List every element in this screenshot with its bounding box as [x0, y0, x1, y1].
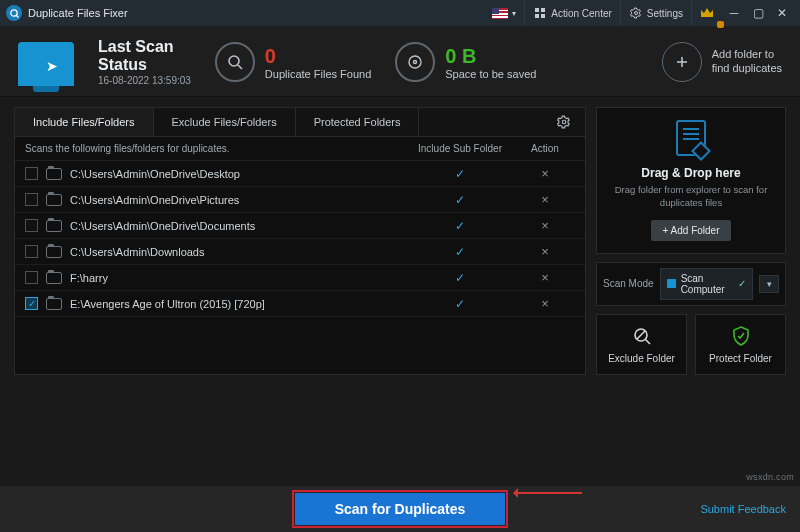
svg-line-16: [645, 339, 650, 344]
space-value: 0 B: [445, 45, 536, 68]
dup-count-label: Duplicate Files Found: [265, 68, 371, 80]
row-remove[interactable]: ×: [515, 296, 575, 311]
svg-point-6: [634, 12, 637, 15]
row-path: C:\Users\Admin\OneDrive\Documents: [70, 220, 405, 232]
folder-tabs: Include Files/Folders Exclude Files/Fold…: [15, 108, 585, 137]
check-icon: ✓: [738, 278, 746, 289]
folder-list-panel: Include Files/Folders Exclude Files/Fold…: [14, 107, 586, 375]
row-include-sub[interactable]: ✓: [405, 219, 515, 233]
folder-icon: [46, 220, 62, 232]
disk-ring-icon: [395, 42, 435, 82]
status-timestamp: 16-08-2022 13:59:03: [98, 75, 191, 86]
folder-rows: C:\Users\Admin\OneDrive\Desktop✓×C:\User…: [15, 161, 585, 317]
row-checkbox[interactable]: [25, 245, 38, 258]
stat-duplicates: 0 Duplicate Files Found: [215, 42, 371, 82]
svg-rect-2: [535, 8, 539, 12]
header-stats: ➤ Last Scan Status 16-08-2022 13:59:03 0…: [0, 26, 800, 97]
close-button[interactable]: ✕: [770, 6, 794, 20]
gear-icon: [629, 6, 643, 20]
row-path: F:\harry: [70, 272, 405, 284]
tab-settings-gear[interactable]: [557, 109, 585, 135]
row-checkbox[interactable]: [25, 167, 38, 180]
protect-folder-card[interactable]: Protect Folder: [695, 314, 786, 375]
scan-status: Last Scan Status 16-08-2022 13:59:03: [98, 38, 191, 86]
folder-icon: [46, 194, 62, 206]
status-title-line2: Status: [98, 56, 191, 74]
row-path: C:\Users\Admin\OneDrive\Pictures: [70, 194, 405, 206]
status-title-line1: Last Scan: [98, 38, 191, 56]
flag-us-icon: [492, 8, 508, 19]
add-folder-line1: Add folder to: [712, 48, 782, 62]
row-path: E:\Avengers Age of Ultron (2015) [720p]: [70, 298, 405, 310]
row-checkbox[interactable]: [25, 271, 38, 284]
minimize-button[interactable]: ─: [722, 6, 746, 20]
exclude-label: Exclude Folder: [608, 353, 675, 364]
folder-icon: [46, 298, 62, 310]
action-center-button[interactable]: Action Center: [524, 0, 620, 26]
drop-hint: Drag folder from explorer to scan for du…: [609, 184, 773, 210]
svg-line-8: [238, 65, 242, 69]
upgrade-button[interactable]: [691, 0, 722, 26]
tab-include[interactable]: Include Files/Folders: [15, 108, 154, 136]
table-row: ✓E:\Avengers Age of Ultron (2015) [720p]…: [15, 291, 585, 317]
row-remove[interactable]: ×: [515, 166, 575, 181]
app-logo-icon: [6, 5, 22, 21]
table-row: C:\Users\Admin\Downloads✓×: [15, 239, 585, 265]
right-panel: Drag & Drop here Drag folder from explor…: [596, 107, 786, 375]
row-checkbox[interactable]: [25, 219, 38, 232]
row-path: C:\Users\Admin\Downloads: [70, 246, 405, 258]
folder-icon: [46, 272, 62, 284]
watermark: wsxdn.com: [746, 472, 794, 482]
row-include-sub[interactable]: ✓: [405, 167, 515, 181]
scan-mode-row: Scan Mode Scan Computer ✓ ▾: [596, 262, 786, 306]
row-remove[interactable]: ×: [515, 270, 575, 285]
search-ring-icon: [215, 42, 255, 82]
crown-icon: [700, 6, 714, 20]
add-folder-button[interactable]: + Add Folder: [651, 220, 732, 241]
row-path: C:\Users\Admin\OneDrive\Desktop: [70, 168, 405, 180]
svg-rect-5: [541, 14, 545, 18]
tab-exclude[interactable]: Exclude Files/Folders: [154, 108, 296, 136]
stat-space: 0 B Space to be saved: [395, 42, 536, 82]
row-remove[interactable]: ×: [515, 192, 575, 207]
maximize-button[interactable]: ▢: [746, 6, 770, 20]
footer: Scan for Duplicates Submit Feedback: [0, 486, 800, 532]
row-remove[interactable]: ×: [515, 244, 575, 259]
scan-mode-label: Scan Mode: [603, 278, 654, 289]
submit-feedback-link[interactable]: Submit Feedback: [700, 503, 786, 515]
annotation-arrow: [516, 492, 582, 494]
chevron-down-icon: ▾: [512, 9, 516, 18]
action-center-label: Action Center: [551, 8, 612, 19]
drop-title: Drag & Drop here: [641, 166, 740, 180]
drop-zone[interactable]: Drag & Drop here Drag folder from explor…: [596, 107, 786, 254]
svg-rect-3: [541, 8, 545, 12]
tab-protected[interactable]: Protected Folders: [296, 108, 420, 136]
svg-point-10: [414, 61, 417, 64]
add-folder-cta[interactable]: Add folder to find duplicates: [662, 42, 782, 82]
folder-icon: [46, 168, 62, 180]
table-row: C:\Users\Admin\OneDrive\Desktop✓×: [15, 161, 585, 187]
row-include-sub[interactable]: ✓: [405, 193, 515, 207]
scan-button[interactable]: Scan for Duplicates: [295, 493, 506, 525]
row-include-sub[interactable]: ✓: [405, 245, 515, 259]
exclude-folder-card[interactable]: Exclude Folder: [596, 314, 687, 375]
space-label: Space to be saved: [445, 68, 536, 80]
col-action: Action: [515, 143, 575, 154]
svg-point-9: [409, 56, 421, 68]
row-include-sub[interactable]: ✓: [405, 271, 515, 285]
language-flag[interactable]: ▾: [484, 0, 524, 26]
table-row: C:\Users\Admin\OneDrive\Pictures✓×: [15, 187, 585, 213]
row-remove[interactable]: ×: [515, 218, 575, 233]
row-checkbox[interactable]: ✓: [25, 297, 38, 310]
scan-mode-select[interactable]: Scan Computer ✓: [660, 268, 753, 300]
scan-mode-dropdown[interactable]: ▾: [759, 275, 779, 293]
columns-header: Scans the following files/folders for du…: [15, 137, 585, 161]
row-checkbox[interactable]: [25, 193, 38, 206]
exclude-icon: [631, 325, 653, 347]
row-include-sub[interactable]: ✓: [405, 297, 515, 311]
protect-label: Protect Folder: [709, 353, 772, 364]
table-row: F:\harry✓×: [15, 265, 585, 291]
grid-icon: [533, 6, 547, 20]
svg-point-13: [562, 120, 566, 124]
settings-button[interactable]: Settings: [620, 0, 691, 26]
